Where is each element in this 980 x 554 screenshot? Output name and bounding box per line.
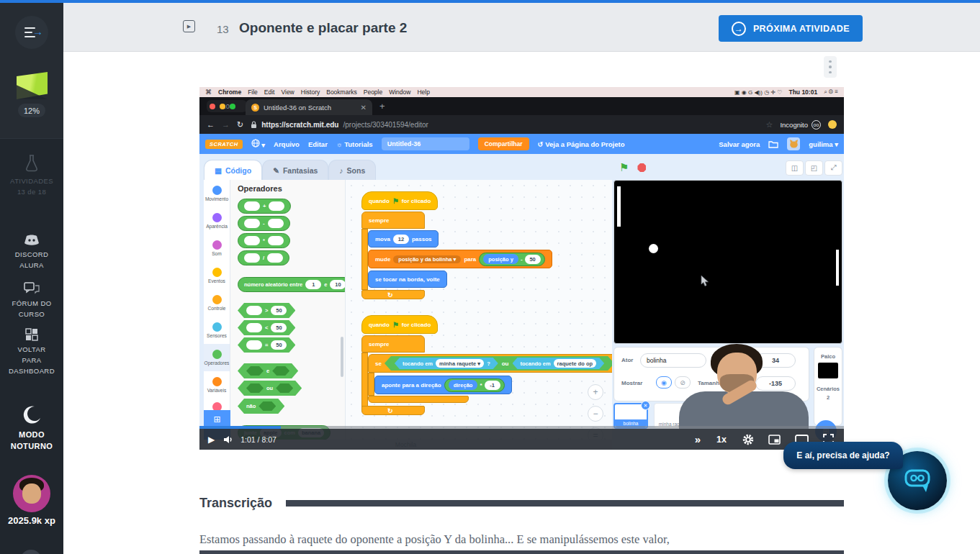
incognito-icon: oo bbox=[812, 120, 821, 130]
save-now-link: Salvar agora bbox=[719, 140, 760, 148]
back-icon: ← bbox=[207, 120, 215, 129]
video-options-kebab-menu[interactable] bbox=[824, 56, 837, 78]
forever-block: sempre bbox=[361, 212, 425, 229]
user-avatar[interactable] bbox=[13, 475, 50, 512]
mac-minimize-button bbox=[220, 104, 225, 109]
share-button: Compartilhar bbox=[478, 137, 529, 150]
brush-icon: ✎ bbox=[273, 166, 279, 175]
page-title: Oponente e placar parte 2 bbox=[239, 20, 407, 36]
transcript-paragraph: Estamos passando à raquete do oponente a… bbox=[199, 530, 844, 549]
macos-menu-bar: ⌘ Chrome File Edit View History Bookmark… bbox=[199, 87, 844, 97]
tab-fantasias: ✎Fantasias bbox=[262, 160, 328, 180]
category-operadores: Operadores bbox=[204, 344, 230, 371]
when-flag-clicked-block-2: quando⚑for clicado bbox=[361, 315, 438, 334]
forum-chat-icon bbox=[24, 282, 40, 295]
zoom-in-button: + bbox=[588, 384, 603, 400]
scratch-user-avatar bbox=[787, 137, 800, 150]
category-controle: Controle bbox=[204, 289, 230, 317]
sprite-card-minha-raquete: minha raq... bbox=[654, 403, 688, 429]
category-aparencia: Aparência bbox=[204, 207, 230, 235]
play-button[interactable]: ▶ bbox=[208, 435, 215, 445]
expand-sidebar-button[interactable]: → bbox=[15, 16, 48, 49]
operator-add-block: + bbox=[238, 199, 291, 214]
new-tab-icon: + bbox=[379, 101, 385, 112]
backdrop-thumbnail bbox=[818, 363, 838, 378]
block-category-list: Movimento Aparência Som Eventos Controle… bbox=[204, 180, 230, 450]
sprite-card-bolinha: ✕ bolinha bbox=[613, 403, 648, 429]
speed-button[interactable]: 1x bbox=[716, 435, 727, 445]
help-chat-bubble[interactable]: E aí, precisa de ajuda? bbox=[783, 442, 903, 469]
operator-gt-block: >50 bbox=[238, 303, 295, 318]
menubar-icons: ▣ ◉ G ◀)) ◷ ✛ ♡ bbox=[734, 89, 782, 96]
volume-button[interactable] bbox=[223, 435, 233, 444]
bounce-block: se tocar na borda, volte bbox=[368, 271, 447, 288]
address-bar: https://scratch.mit.edu/projects/3034015… bbox=[251, 121, 428, 129]
category-eventos: Eventos bbox=[204, 262, 230, 289]
fullscreen-stage-button: ⤢ bbox=[824, 160, 842, 176]
moon-icon bbox=[21, 404, 42, 426]
sidebar-item-dashboard[interactable]: VOLTAR PARA DASHBOARD bbox=[0, 328, 63, 376]
sidebar-bottom-item bbox=[20, 550, 42, 554]
video-player: ⌘ Chrome File Edit View History Bookmark… bbox=[199, 87, 844, 450]
stage-header: ⚑ ◫ ◰ ⤢ bbox=[613, 158, 842, 177]
scratch-username: guilima ▾ bbox=[809, 140, 838, 148]
next-activity-button[interactable]: → PRÓXIMA ATIVIDADE bbox=[719, 15, 863, 42]
set-variable-block: mude posição y da bolinha ▾ para posição… bbox=[368, 250, 552, 268]
loop-arrow-icon: ↻ bbox=[387, 407, 393, 414]
language-globe-icon: ▾ bbox=[251, 139, 265, 149]
operator-not-block: não bbox=[238, 399, 284, 414]
skip-forward-button[interactable]: » bbox=[695, 433, 701, 445]
random-number-block: número aleatório entre1e10 bbox=[238, 277, 346, 292]
flask-icon bbox=[24, 154, 39, 173]
video-type-icon: ▶ bbox=[183, 20, 195, 32]
stage-backdrop-panel: Palco Cenários 2 bbox=[814, 347, 842, 426]
operator-lt-block: <50 bbox=[238, 320, 295, 335]
code-canvas: quando⚑for clicado sempre mova12passos m… bbox=[346, 180, 612, 450]
transcript-divider bbox=[286, 500, 844, 507]
delete-sprite-icon: ✕ bbox=[641, 401, 650, 410]
category-variaveis: Variáveis bbox=[204, 371, 230, 399]
forward-icon: → bbox=[222, 120, 230, 129]
sidebar-item-discord[interactable]: DISCORD ALURA bbox=[0, 235, 63, 271]
category-som: Som bbox=[204, 235, 230, 262]
zoom-out-button: − bbox=[588, 406, 603, 422]
tab-sons: ♪Sons bbox=[328, 160, 376, 180]
scratch-editor-body: ▦Código ✎Fantasias ♪Sons Movimento Aparê… bbox=[199, 154, 844, 450]
operator-sub-block: - bbox=[238, 216, 290, 231]
small-stage-button: ◫ bbox=[786, 160, 804, 176]
show-sprite-button: ◉ bbox=[656, 376, 672, 389]
hide-sprite-button: ⊘ bbox=[675, 376, 691, 389]
apple-menu-icon: ⌘ bbox=[205, 88, 212, 96]
code-icon: ▦ bbox=[215, 166, 222, 175]
user-xp: 2025.9k xp bbox=[0, 515, 63, 526]
sidebar-item-atividades[interactable]: ATIVIDADES 13 de 18 bbox=[0, 154, 63, 197]
point-direction-block: aponte para a direção direção*-1 bbox=[374, 376, 512, 394]
operator-and-block: e bbox=[238, 363, 298, 378]
lock-icon bbox=[251, 121, 257, 129]
sprite-y-value: -135 bbox=[755, 376, 796, 391]
speaker-icon: ♪ bbox=[339, 166, 343, 175]
menubar-clock: Thu 10:01 bbox=[788, 88, 817, 96]
sidebar-item-night-mode[interactable]: MODO NOTURNO bbox=[0, 404, 63, 452]
course-progress-logo[interactable] bbox=[17, 72, 48, 99]
scratch-editor-panel: ▦Código ✎Fantasias ♪Sons Movimento Aparê… bbox=[199, 154, 612, 450]
scratch-menu-editar: Editar bbox=[308, 140, 328, 148]
scratch-logo: SCRATCH bbox=[205, 140, 243, 149]
category-sensores: Sensores bbox=[204, 317, 230, 344]
settings-gear-button[interactable] bbox=[742, 434, 754, 445]
stop-button bbox=[637, 163, 646, 172]
green-flag-icon: ⚑ bbox=[392, 197, 399, 205]
green-flag-icon: ⚑ bbox=[392, 321, 399, 329]
pip-button[interactable] bbox=[768, 435, 781, 445]
bookmark-star-icon: ☆ bbox=[766, 120, 773, 130]
incognito-indicator: Incognito oo bbox=[780, 120, 821, 130]
sidebar-item-forum[interactable]: FÓRUM DO CURSO bbox=[0, 282, 63, 319]
when-flag-clicked-block: quando⚑for clicado bbox=[361, 191, 438, 210]
or-condition-block: tocando emminha raquete ▾? ou tocando em… bbox=[385, 356, 612, 371]
arrow-right-icon: → bbox=[32, 25, 43, 37]
category-movimento: Movimento bbox=[204, 180, 230, 207]
time-display: 1:01 / 8:07 bbox=[240, 435, 277, 444]
touching-block-1: tocando emminha raquete ▾? bbox=[395, 358, 498, 369]
operator-mul-block: * bbox=[238, 233, 290, 248]
touching-block-2: tocando emraquete do op bbox=[513, 358, 605, 369]
